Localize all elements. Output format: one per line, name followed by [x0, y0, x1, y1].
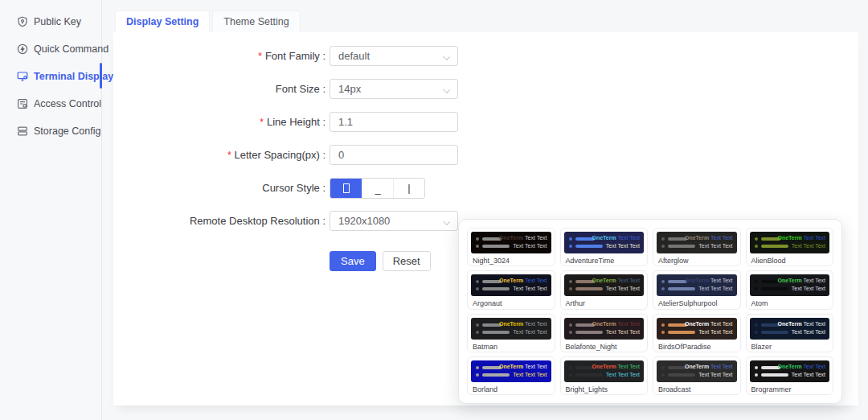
terminal-display-icon: [17, 71, 28, 82]
preview-line1-text: Text Text: [616, 235, 640, 241]
preview-highlight-text: OneTerm: [499, 321, 523, 327]
sidebar: Public Key Quick Command Terminal Displa…: [0, 0, 102, 420]
font-family-label: *Font Family :: [113, 50, 326, 62]
theme-name: Atom: [750, 299, 830, 307]
preview-highlight-text: OneTerm: [777, 278, 801, 283]
sidebar-item-label: Quick Command: [34, 43, 108, 55]
theme-card-Bright_Lights[interactable]: OneTerm Text TextText Text TextBright_Li…: [560, 356, 649, 395]
theme-card-Batman[interactable]: OneTerm Text TextText Text TextBatman: [467, 314, 555, 352]
preview-dot: [476, 287, 479, 290]
cursor-underscore-option[interactable]: _: [362, 179, 393, 199]
sidebar-item-access-control[interactable]: Access Control: [0, 90, 101, 117]
font-size-label: Font Size :: [113, 83, 326, 95]
preview-dot: [569, 237, 572, 241]
preview-text: OneTerm Text TextText Text Text: [685, 363, 733, 379]
theme-name: Night_3024: [471, 257, 551, 265]
theme-card-Atom[interactable]: OneTerm Text TextText Text TextAtom: [746, 270, 834, 309]
preview-line1-text: Text Text: [709, 321, 732, 327]
preview-dot: [476, 331, 479, 334]
tab-theme-setting[interactable]: Theme Setting: [212, 10, 300, 32]
preview-text: OneTerm Text TextText Text Text: [499, 277, 547, 293]
preview-line2-text: Text Text Text: [499, 285, 547, 293]
font-size-row: Font Size : 14px: [113, 79, 858, 99]
letter-spacing-input[interactable]: [330, 145, 458, 165]
preview-text: OneTerm Text TextText Text Text: [777, 277, 825, 293]
preview-highlight-text: OneTerm: [592, 321, 616, 327]
theme-card-Broadcast[interactable]: OneTerm Text TextText Text TextBroadcast: [653, 356, 741, 395]
tab-display-setting[interactable]: Display Setting: [115, 10, 210, 32]
settings-tabs: Display Setting Theme Setting: [115, 10, 303, 32]
preview-dot: [755, 366, 758, 369]
theme-card-BirdsOfParadise[interactable]: OneTerm Text TextText Text TextBirdsOfPa…: [653, 314, 741, 352]
preview-highlight-text: OneTerm: [777, 235, 801, 241]
quick-command-icon: [17, 43, 28, 55]
preview-dot: [755, 245, 758, 248]
theme-card-Arthur[interactable]: OneTerm Text TextText Text TextArthur: [560, 270, 649, 309]
cursor-style-group: _ |: [330, 178, 425, 199]
cursor-bar-option[interactable]: |: [393, 179, 424, 198]
theme-card-Blazer[interactable]: OneTerm Text TextText Text TextBlazer: [746, 314, 834, 352]
sidebar-item-terminal-display[interactable]: Terminal Display: [0, 63, 101, 90]
theme-name: Batman: [471, 343, 551, 351]
letter-spacing-row: *Letter Spacing(px) :: [113, 145, 858, 165]
sidebar-item-public-key[interactable]: Public Key: [0, 8, 101, 35]
block-cursor-icon: [343, 183, 350, 193]
storage-config-icon: [17, 126, 28, 137]
cursor-block-option[interactable]: [330, 179, 362, 198]
theme-grid: OneTerm Text TextText Text TextNight_302…: [467, 228, 833, 395]
theme-card-AdventureTime[interactable]: OneTerm Text TextText Text TextAdventure…: [560, 228, 649, 266]
font-size-select[interactable]: 14px: [330, 79, 458, 99]
theme-card-Afterglow[interactable]: OneTerm Text TextText Text TextAfterglow: [653, 228, 741, 266]
cursor-style-row: Cursor Style : _ |: [113, 178, 858, 198]
preview-line2-text: Text Text Text: [777, 242, 825, 250]
resolution-select[interactable]: 1920x1080: [330, 211, 458, 231]
theme-name: Arthur: [564, 299, 645, 307]
theme-name: Brogrammer: [750, 385, 830, 393]
theme-card-AtelierSulphurpool[interactable]: OneTerm Text TextText Text TextAtelierSu…: [653, 270, 741, 309]
preview-highlight-text: OneTerm: [685, 364, 709, 369]
theme-card-Belafonte_Night[interactable]: OneTerm Text TextText Text TextBelafonte…: [560, 314, 649, 352]
theme-name: Borland: [471, 385, 551, 393]
theme-card-Argonaut[interactable]: OneTerm Text TextText Text TextArgonaut: [467, 270, 555, 309]
cursor-style-label: Cursor Style :: [113, 182, 326, 194]
preview-text: OneTerm Text TextText Text Text: [499, 234, 547, 250]
sidebar-item-quick-command[interactable]: Quick Command: [0, 35, 101, 63]
theme-terminal-preview: OneTerm Text TextText Text Text: [564, 360, 645, 382]
theme-card-Borland[interactable]: OneTerm Text TextText Text TextBorland: [467, 356, 555, 395]
preview-text: OneTerm Text TextText Text Text: [592, 277, 640, 293]
preview-dot: [569, 245, 572, 248]
sidebar-item-label: Public Key: [34, 16, 81, 27]
save-button[interactable]: Save: [330, 251, 376, 271]
line-height-input[interactable]: [330, 112, 458, 132]
sidebar-item-storage-config[interactable]: Storage Config: [0, 117, 101, 145]
preview-highlight-text: OneTerm: [592, 364, 616, 369]
preview-line1-text: Text Text: [709, 278, 732, 283]
reset-button[interactable]: Reset: [383, 251, 431, 271]
theme-name: Afterglow: [657, 257, 737, 265]
theme-card-Brogrammer[interactable]: OneTerm Text TextText Text TextBrogramme…: [746, 356, 834, 395]
preview-line2-text: Text Text Text: [685, 371, 733, 379]
line-height-label: *Line Height :: [113, 116, 326, 128]
preview-highlight-text: OneTerm: [777, 321, 801, 327]
preview-text: OneTerm Text TextText Text Text: [592, 234, 640, 250]
sidebar-item-label: Access Control: [34, 98, 101, 109]
resolution-value: 1920x1080: [338, 215, 390, 227]
preview-dot: [569, 331, 572, 334]
line-height-row: *Line Height :: [113, 112, 858, 132]
preview-dot: [755, 280, 758, 283]
theme-terminal-preview: OneTerm Text TextText Text Text: [657, 274, 737, 296]
font-family-select[interactable]: default: [330, 46, 458, 66]
theme-card-Night_3024[interactable]: OneTerm Text TextText Text TextNight_302…: [467, 228, 555, 266]
preview-dot: [755, 237, 758, 241]
theme-name: Blazer: [750, 343, 830, 351]
preview-line2-text: Text Text Text: [592, 285, 640, 293]
preview-dot: [661, 287, 665, 290]
preview-dot: [569, 323, 572, 327]
theme-terminal-preview: OneTerm Text TextText Text Text: [564, 274, 645, 296]
font-size-value: 14px: [338, 83, 361, 95]
preview-dot: [476, 280, 479, 283]
preview-highlight-text: OneTerm: [685, 278, 709, 283]
theme-card-AlienBlood[interactable]: OneTerm Text TextText Text TextAlienBloo…: [746, 228, 834, 266]
preview-line1-text: Text Text: [709, 235, 732, 241]
resolution-label: Remote Desktop Resolution :: [113, 215, 326, 227]
